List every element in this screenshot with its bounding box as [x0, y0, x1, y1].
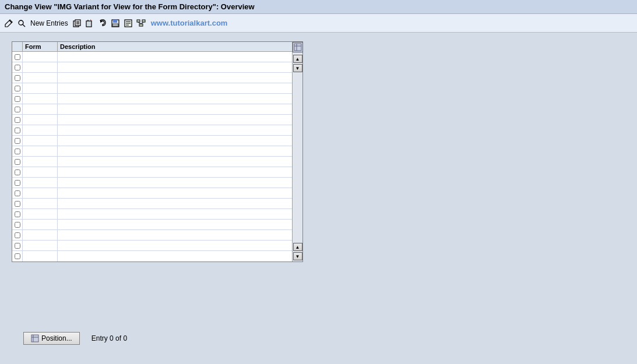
row-select-checkbox[interactable]	[15, 159, 20, 165]
row-checkbox[interactable]	[12, 220, 23, 229]
row-description-cell	[58, 62, 292, 72]
table-row	[12, 157, 292, 167]
row-form-cell	[23, 62, 58, 72]
row-checkbox[interactable]	[12, 241, 23, 250]
find-icon[interactable]	[16, 18, 27, 29]
table-body	[12, 52, 292, 261]
row-form-cell	[23, 52, 58, 62]
detail-icon[interactable]	[123, 18, 133, 29]
bottom-bar: Position... Entry 0 of 0	[12, 326, 625, 351]
row-select-checkbox[interactable]	[15, 232, 20, 238]
row-description-cell	[58, 104, 292, 114]
row-select-checkbox[interactable]	[15, 54, 20, 60]
row-select-checkbox[interactable]	[15, 243, 20, 249]
row-description-cell	[58, 251, 292, 261]
row-form-cell	[23, 251, 58, 261]
row-description-cell	[58, 125, 292, 135]
row-select-checkbox[interactable]	[15, 107, 20, 112]
row-checkbox[interactable]	[12, 94, 23, 104]
row-checkbox[interactable]	[12, 209, 23, 219]
row-select-checkbox[interactable]	[15, 253, 20, 259]
header-form-col: Form	[23, 42, 58, 51]
row-select-checkbox[interactable]	[15, 128, 20, 133]
scroll-page-down-button[interactable]: ▼	[293, 252, 302, 260]
row-description-cell	[58, 178, 292, 188]
position-button-icon	[31, 334, 39, 342]
row-description-cell	[58, 241, 292, 250]
undo-icon[interactable]	[97, 18, 108, 29]
scroll-up-button[interactable]: ▲	[293, 55, 302, 63]
row-select-checkbox[interactable]	[15, 149, 20, 154]
row-checkbox[interactable]	[12, 73, 23, 83]
row-form-cell	[23, 188, 58, 198]
table-row	[12, 73, 292, 83]
row-form-cell	[23, 146, 58, 156]
scroll-page-up-button[interactable]: ▲	[293, 243, 302, 251]
svg-rect-17	[137, 20, 140, 22]
new-entries-button[interactable]: New Entries	[29, 19, 69, 27]
vertical-scrollbar[interactable]: ▲ ▼ ▲ ▼	[292, 42, 302, 261]
row-checkbox[interactable]	[12, 251, 23, 261]
save-icon[interactable]	[110, 18, 121, 29]
table-row	[12, 125, 292, 136]
row-checkbox[interactable]	[12, 62, 23, 72]
row-checkbox[interactable]	[12, 167, 23, 177]
customize-icon[interactable]	[3, 18, 14, 29]
row-select-checkbox[interactable]	[15, 190, 20, 196]
row-checkbox[interactable]	[12, 125, 23, 135]
table-row	[12, 188, 292, 199]
row-checkbox[interactable]	[12, 136, 23, 146]
row-checkbox[interactable]	[12, 188, 23, 198]
row-checkbox[interactable]	[12, 199, 23, 208]
row-select-checkbox[interactable]	[15, 211, 20, 217]
row-select-checkbox[interactable]	[15, 96, 20, 102]
position-button[interactable]: Position...	[23, 332, 80, 345]
table-row	[12, 178, 292, 188]
row-select-checkbox[interactable]	[15, 117, 20, 123]
row-checkbox[interactable]	[12, 52, 23, 62]
row-form-cell	[23, 209, 58, 219]
row-select-checkbox[interactable]	[15, 75, 20, 81]
row-select-checkbox[interactable]	[15, 138, 20, 144]
row-description-cell	[58, 94, 292, 104]
column-settings-icon[interactable]	[293, 42, 303, 52]
table-row	[12, 104, 292, 115]
row-form-cell	[23, 73, 58, 83]
copy-rows-icon[interactable]	[72, 18, 82, 29]
row-select-checkbox[interactable]	[15, 86, 20, 91]
title-text: Change View "IMG Variant for View for th…	[5, 2, 255, 11]
row-form-cell	[23, 230, 58, 240]
table-row	[12, 251, 292, 261]
svg-rect-18	[142, 20, 145, 22]
row-form-cell	[23, 104, 58, 114]
row-select-checkbox[interactable]	[15, 180, 20, 186]
row-checkbox[interactable]	[12, 230, 23, 240]
svg-rect-19	[139, 24, 143, 26]
row-checkbox[interactable]	[12, 104, 23, 114]
row-description-cell	[58, 136, 292, 146]
row-form-cell	[23, 167, 58, 177]
row-checkbox[interactable]	[12, 115, 23, 125]
row-description-cell	[58, 230, 292, 240]
row-select-checkbox[interactable]	[15, 65, 20, 70]
row-form-cell	[23, 125, 58, 135]
row-select-checkbox[interactable]	[15, 222, 20, 228]
table-row	[12, 136, 292, 146]
row-checkbox[interactable]	[12, 157, 23, 167]
position-button-label: Position...	[41, 334, 72, 342]
scroll-down-button[interactable]: ▼	[293, 64, 302, 72]
row-checkbox[interactable]	[12, 83, 23, 93]
row-select-checkbox[interactable]	[15, 169, 20, 175]
row-description-cell	[58, 199, 292, 208]
table-row	[12, 146, 292, 157]
row-form-cell	[23, 178, 58, 188]
move-icon[interactable]	[85, 18, 95, 29]
row-select-checkbox[interactable]	[15, 201, 20, 207]
row-checkbox[interactable]	[12, 178, 23, 188]
row-checkbox[interactable]	[12, 146, 23, 156]
row-form-cell	[23, 115, 58, 125]
table-row	[12, 230, 292, 241]
toolbar: New Entries	[0, 14, 637, 33]
relationship-icon[interactable]	[136, 18, 146, 29]
row-description-cell	[58, 157, 292, 167]
